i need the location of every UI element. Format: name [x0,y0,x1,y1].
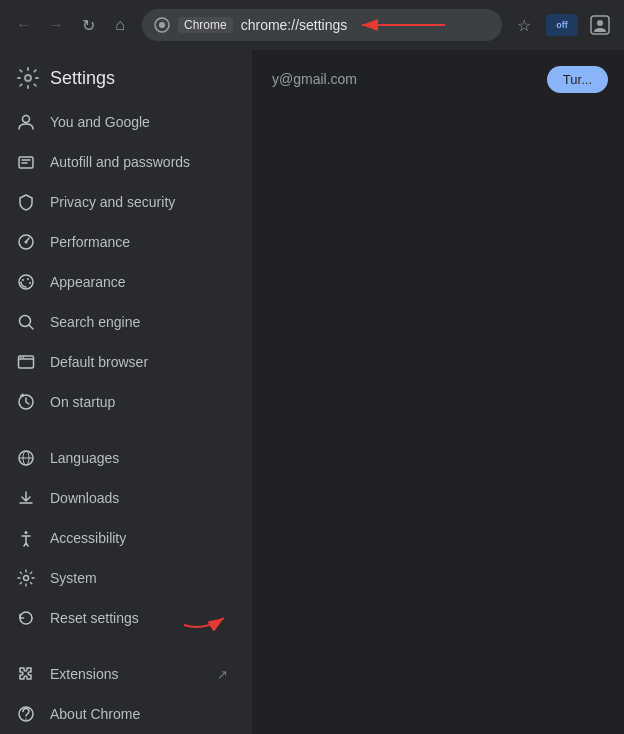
page-content: y@gmail.com Tur... [252,50,624,734]
svg-point-1 [159,22,165,28]
sidebar-label-autofill: Autofill and passwords [50,154,190,170]
svg-point-26 [25,718,27,720]
shield-icon [16,192,36,212]
chrome-favicon [154,17,170,33]
home-button[interactable]: ⌂ [106,11,134,39]
svg-point-14 [29,282,31,284]
user-email: y@gmail.com [272,71,357,87]
sidebar-label-you-and-google: You and Google [50,114,150,130]
svg-point-17 [20,357,22,359]
sidebar-label-accessibility: Accessibility [50,530,126,546]
svg-point-23 [24,576,29,581]
settings-header-icon [16,66,40,90]
red-arrow-reset [174,603,252,633]
sidebar-item-appearance[interactable]: Appearance [0,262,244,302]
settings-title: Settings [50,68,115,89]
profile-icon [590,15,610,35]
forward-button[interactable]: → [42,11,70,39]
extensions-icon [16,664,36,684]
languages-icon [16,448,36,468]
sidebar-item-languages[interactable]: Languages [0,438,244,478]
main-content: Settings You and Google Autofill and pas… [0,50,624,734]
sidebar-label-privacy: Privacy and security [50,194,175,210]
settings-header: Settings [0,50,252,102]
sidebar-label-default-browser: Default browser [50,354,148,370]
svg-point-10 [25,241,28,244]
nav-buttons: ← → ↻ ⌂ [10,11,134,39]
reset-icon [16,608,36,628]
sidebar-label-reset-settings: Reset settings [50,610,139,626]
browser-icon [16,352,36,372]
sidebar-item-extensions[interactable]: Extensions ↗ [0,654,244,694]
browser-toolbar: ← → ↻ ⌂ Chrome chrome://settings ☆ off [0,0,624,50]
performance-icon [16,232,36,252]
accessibility-icon [16,528,36,548]
appearance-icon [16,272,36,292]
about-chrome-icon [16,704,36,724]
svg-point-7 [23,116,30,123]
downloads-icon [16,488,36,508]
sidebar-label-search-engine: Search engine [50,314,140,330]
sidebar-item-search-engine[interactable]: Search engine [0,302,244,342]
sidebar-item-downloads[interactable]: Downloads [0,478,244,518]
sidebar: Settings You and Google Autofill and pas… [0,50,252,734]
sidebar-label-extensions: Extensions [50,666,118,682]
sidebar-label-performance: Performance [50,234,130,250]
startup-icon [16,392,36,412]
system-icon [16,568,36,588]
svg-point-6 [25,75,31,81]
profile-button[interactable] [586,11,614,39]
content-area: y@gmail.com Tur... [252,50,624,108]
sidebar-item-privacy[interactable]: Privacy and security [0,182,244,222]
sidebar-item-on-startup[interactable]: On startup [0,382,244,422]
sidebar-label-about-chrome: About Chrome [50,706,140,722]
person-icon [16,112,36,132]
red-arrow-url [357,15,447,35]
extension-off-button[interactable]: off [546,14,578,36]
svg-point-5 [597,20,603,26]
sidebar-item-about-chrome[interactable]: About Chrome [0,694,244,734]
sidebar-item-default-browser[interactable]: Default browser [0,342,244,382]
svg-point-18 [23,357,25,359]
svg-point-13 [27,278,29,280]
bookmark-button[interactable]: ☆ [510,11,538,39]
svg-point-22 [25,531,28,534]
sidebar-label-on-startup: On startup [50,394,115,410]
sidebar-label-languages: Languages [50,450,119,466]
sidebar-label-system: System [50,570,97,586]
svg-point-12 [22,279,24,281]
chrome-tab-label: Chrome [178,17,233,33]
sidebar-item-performance[interactable]: Performance [0,222,244,262]
autofill-icon [16,152,36,172]
reload-button[interactable]: ↻ [74,11,102,39]
search-icon [16,312,36,332]
external-link-icon: ↗ [217,667,228,682]
back-button[interactable]: ← [10,11,38,39]
sidebar-item-you-and-google[interactable]: You and Google [0,102,244,142]
turn-on-button[interactable]: Tur... [547,66,608,93]
sidebar-item-accessibility[interactable]: Accessibility [0,518,244,558]
address-bar[interactable]: Chrome chrome://settings [142,9,502,41]
sidebar-item-autofill[interactable]: Autofill and passwords [0,142,244,182]
sidebar-item-reset-settings[interactable]: Reset settings [0,598,244,638]
sidebar-label-downloads: Downloads [50,490,119,506]
sidebar-label-appearance: Appearance [50,274,126,290]
sidebar-item-system[interactable]: System [0,558,244,598]
